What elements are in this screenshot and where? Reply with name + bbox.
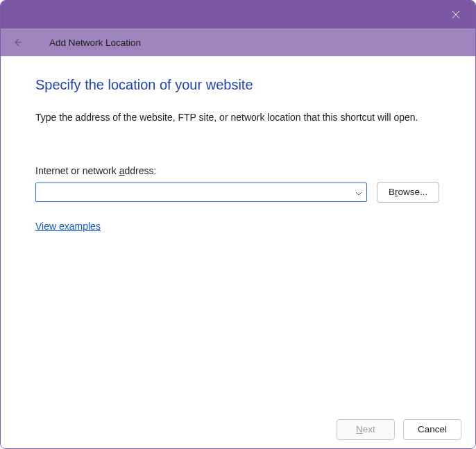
page-description: Type the address of the website, FTP sit… xyxy=(35,111,443,125)
address-input[interactable] xyxy=(36,183,366,201)
close-icon xyxy=(452,10,460,19)
titlebar xyxy=(1,1,475,28)
cancel-button[interactable]: Cancel xyxy=(403,419,461,440)
view-examples-link[interactable]: View examples xyxy=(35,221,101,232)
page-heading: Specify the location of your website xyxy=(35,77,443,93)
wizard-header: Add Network Location xyxy=(1,28,475,56)
back-arrow-icon xyxy=(12,37,23,48)
browse-button[interactable]: Browse... xyxy=(377,182,439,203)
address-label: Internet or network address: xyxy=(35,165,443,176)
address-combobox[interactable] xyxy=(35,183,367,202)
wizard-title: Add Network Location xyxy=(49,37,141,48)
close-button[interactable] xyxy=(442,1,470,28)
wizard-footer: Next Cancel xyxy=(1,409,475,448)
next-button[interactable]: Next xyxy=(337,419,395,440)
back-button[interactable] xyxy=(10,35,24,49)
wizard-window: Add Network Location Specify the locatio… xyxy=(0,0,476,449)
wizard-content: Specify the location of your website Typ… xyxy=(1,56,475,409)
